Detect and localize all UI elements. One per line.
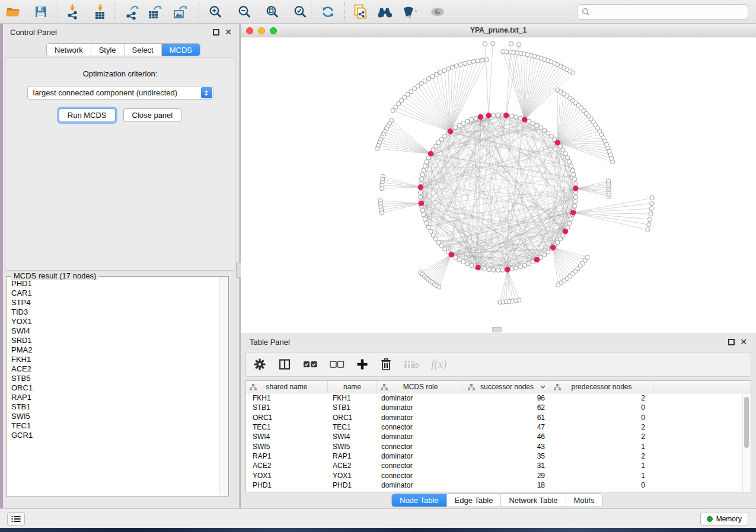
- table-row[interactable]: SWI4SWI4dominator462: [246, 432, 751, 441]
- clone-network-button[interactable]: [350, 2, 371, 22]
- tab-select[interactable]: Select: [125, 44, 162, 56]
- table-scrollbar-thumb[interactable]: [744, 397, 749, 448]
- fit-selected-button[interactable]: [290, 2, 310, 22]
- close-window-icon[interactable]: [246, 27, 253, 34]
- mcds-result-item[interactable]: SWI4: [7, 326, 219, 336]
- table-cell: dominator: [377, 414, 464, 422]
- mcds-result-item[interactable]: YOX1: [7, 317, 219, 326]
- column-header-shared-name[interactable]: shared name: [246, 381, 328, 393]
- run-mcds-button[interactable]: Run MCDS: [59, 108, 116, 122]
- add-column-button[interactable]: [356, 358, 368, 370]
- mcds-result-item[interactable]: STB5: [7, 374, 219, 383]
- table-row[interactable]: TEC1TEC1connector472: [246, 422, 751, 432]
- tab-network[interactable]: Network: [47, 44, 91, 56]
- close-panel-button[interactable]: Close panel: [123, 108, 182, 122]
- column-label: shared name: [266, 383, 307, 391]
- close-panel-icon[interactable]: ✕: [225, 29, 232, 36]
- mcds-result-item[interactable]: GCR1: [7, 431, 219, 440]
- mcds-result-item[interactable]: TID3: [7, 307, 219, 317]
- trash-icon: [380, 358, 392, 371]
- mcds-result-item[interactable]: TEC1: [7, 421, 219, 431]
- task-history-button[interactable]: [7, 512, 25, 525]
- mcds-result-item[interactable]: RAP1: [7, 393, 219, 402]
- mcds-result-item[interactable]: PMA2: [7, 345, 219, 355]
- select-stepper-icon: [201, 87, 212, 98]
- float-panel-icon[interactable]: [213, 29, 219, 36]
- zoom-in-button[interactable]: [205, 2, 225, 22]
- import-table-button[interactable]: [90, 2, 110, 22]
- mcds-result-item[interactable]: SWI5: [7, 412, 219, 421]
- mcds-result-item[interactable]: CAR1: [7, 289, 219, 298]
- export-network-button[interactable]: [122, 2, 142, 22]
- table-row[interactable]: ACE2ACE2connector311: [246, 461, 751, 470]
- close-panel-icon[interactable]: ✕: [740, 339, 747, 345]
- mcds-result-item[interactable]: ORC1: [7, 383, 219, 393]
- table-row[interactable]: STB1STB1dominator620: [246, 403, 751, 412]
- deselect-all-rows-button[interactable]: [330, 361, 344, 368]
- mcds-result-item[interactable]: FKH1: [7, 355, 219, 364]
- mcds-result-item[interactable]: STB1: [7, 402, 219, 412]
- table-row[interactable]: ORC1ORC1dominator610: [246, 413, 751, 422]
- import-network-button[interactable]: [62, 2, 82, 22]
- tab-network-table[interactable]: Network Table: [501, 494, 566, 507]
- export-table-button[interactable]: [145, 2, 165, 22]
- table-cell: connector: [377, 462, 464, 470]
- horizontal-splitter-handle[interactable]: [492, 327, 502, 332]
- fit-content-button[interactable]: [262, 2, 282, 22]
- network-canvas[interactable]: [241, 37, 756, 334]
- mcds-result-item[interactable]: STP4: [7, 298, 219, 307]
- tab-style[interactable]: Style: [91, 44, 125, 56]
- memory-button[interactable]: Memory: [700, 512, 748, 525]
- column-header-mcds-role[interactable]: MCDS role: [377, 381, 464, 393]
- table-cell: SWI5: [246, 443, 328, 451]
- column-header-predecessor-nodes[interactable]: predecessor nodes: [550, 381, 653, 393]
- table-row[interactable]: YOX1YOX1connector291: [246, 470, 751, 480]
- maximize-window-icon[interactable]: [270, 27, 277, 34]
- table-settings-button[interactable]: [253, 358, 266, 371]
- column-header-successor-nodes[interactable]: successor nodes: [464, 381, 550, 393]
- float-panel-icon[interactable]: [728, 339, 735, 345]
- show-columns-button[interactable]: [278, 358, 291, 371]
- column-header-filler: [653, 381, 751, 393]
- delete-column-button[interactable]: [380, 358, 392, 371]
- memory-label: Memory: [716, 515, 742, 523]
- mcds-list-scrollbar[interactable]: [219, 277, 228, 495]
- table-cell: RAP1: [328, 452, 377, 460]
- save-session-button[interactable]: [31, 2, 51, 22]
- optimization-criterion-label: Optimization criterion:: [5, 69, 235, 78]
- minimize-window-icon[interactable]: [258, 27, 265, 34]
- export-image-button[interactable]: [170, 2, 190, 22]
- status-bar: Memory: [0, 508, 756, 528]
- mcds-result-item[interactable]: PHD1: [7, 279, 219, 289]
- select-all-rows-button[interactable]: [303, 361, 318, 368]
- search-field[interactable]: [577, 4, 748, 20]
- zoom-out-button[interactable]: [234, 2, 254, 22]
- table-cell: 96: [464, 394, 550, 402]
- refresh-view-button[interactable]: [318, 2, 338, 22]
- control-panel-title: Control Panel: [10, 28, 57, 37]
- save-icon: [34, 5, 48, 19]
- table-cell: SWI4: [328, 432, 377, 441]
- tab-motifs[interactable]: Motifs: [566, 494, 602, 507]
- table-cell: YOX1: [246, 472, 328, 480]
- open-file-button[interactable]: [3, 2, 23, 22]
- tab-mcds[interactable]: MCDS: [162, 44, 200, 56]
- mcds-result-item[interactable]: ACE2: [7, 364, 219, 374]
- column-header-name[interactable]: name: [328, 381, 377, 393]
- network-view-window: YPA_prune.txt_1: [241, 24, 756, 334]
- table-row[interactable]: RAP1RAP1dominator352: [246, 451, 751, 461]
- tab-node-table[interactable]: Node Table: [392, 494, 447, 507]
- table-row[interactable]: SWI5SWI5connector431: [246, 441, 751, 451]
- hide-eye-icon: [401, 5, 417, 18]
- table-row[interactable]: PHD1PHD1dominator180: [246, 480, 751, 490]
- optimization-criterion-select[interactable]: largest connected component (undirected): [27, 86, 213, 100]
- table-scrollbar[interactable]: [742, 394, 750, 491]
- mcds-result-item[interactable]: SRD1: [7, 336, 219, 345]
- table-cell: 43: [464, 443, 550, 451]
- tab-edge-table[interactable]: Edge Table: [447, 494, 502, 507]
- hide-selected-button[interactable]: [399, 2, 419, 22]
- search-input[interactable]: [593, 7, 748, 17]
- search-binoculars-button[interactable]: [375, 2, 395, 22]
- table-row[interactable]: FKH1FKH1dominator962: [246, 393, 751, 403]
- show-hidden-button[interactable]: [428, 2, 448, 22]
